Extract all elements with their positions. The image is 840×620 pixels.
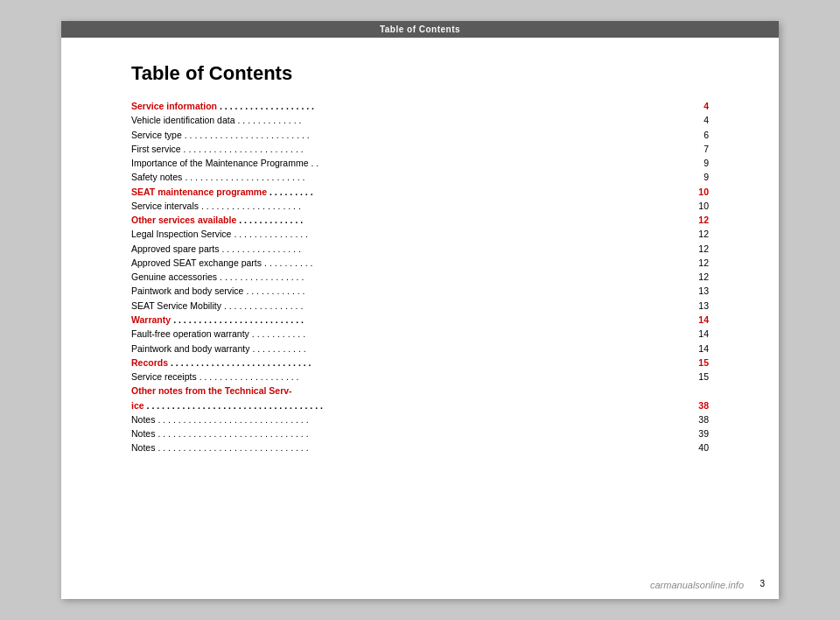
toc-page: 9 — [691, 156, 709, 170]
toc-page: 7 — [691, 142, 709, 156]
toc-entry: First service . . . . . . . . . . . . . … — [131, 142, 709, 156]
toc-page: 12 — [691, 270, 709, 284]
toc-entry: Notes . . . . . . . . . . . . . . . . . … — [131, 440, 709, 454]
toc-dots: . . . . . . . . . . . . . . . . . . . . … — [171, 356, 689, 370]
toc-label: Notes — [131, 412, 155, 426]
toc-page: 12 — [691, 213, 709, 227]
toc-page: 12 — [691, 242, 709, 256]
toc-page: 15 — [691, 356, 709, 370]
toc-label: Records — [131, 356, 168, 370]
toc-dots: . . . . . . . . . . . . . . . — [234, 227, 689, 241]
toc-page: 14 — [691, 342, 709, 356]
toc-page: 9 — [691, 170, 709, 184]
toc-dots: . . . . . . . . . . . . . . . . . . . . … — [158, 426, 689, 440]
toc-dots: . . . . . . . . . . . . . — [239, 213, 689, 227]
toc-label: Service type — [131, 128, 182, 142]
toc-container: Service information . . . . . . . . . . … — [131, 99, 709, 455]
toc-label: Paintwork and body warranty — [131, 342, 249, 356]
page-number: 3 — [760, 579, 765, 588]
toc-label: Paintwork and body service — [131, 284, 243, 298]
content-area: Table of Contents Service information . … — [61, 38, 779, 490]
toc-entry: Service intervals . . . . . . . . . . . … — [131, 199, 709, 213]
toc-label: Service receipts — [131, 370, 197, 384]
toc-entry: Notes . . . . . . . . . . . . . . . . . … — [131, 426, 709, 440]
toc-page: 12 — [691, 227, 709, 241]
toc-dots: . . . . . . . . . . . . . . . . — [224, 299, 689, 313]
toc-page: 10 — [691, 185, 709, 199]
toc-page: 4 — [691, 113, 709, 127]
toc-entry: Legal Inspection Service . . . . . . . .… — [131, 227, 709, 241]
toc-page: 38 — [691, 398, 709, 412]
toc-label: Fault-free operation warranty — [131, 327, 249, 341]
toc-entry: Approved spare parts . . . . . . . . . .… — [131, 242, 709, 256]
toc-label: Notes — [131, 426, 155, 440]
toc-entry-heading: SEAT maintenance programme . . . . . . .… — [131, 185, 709, 199]
toc-label: Other notes from the Technical Serv- — [131, 384, 292, 398]
toc-dots: . . . . . . . . . . . . . . . . . . . . — [200, 370, 689, 384]
toc-page: 38 — [691, 412, 709, 426]
toc-label: Service intervals — [131, 199, 199, 213]
header-bar: Table of Contents — [61, 21, 779, 38]
toc-page: 15 — [691, 370, 709, 384]
toc-entry: Service type . . . . . . . . . . . . . .… — [131, 128, 709, 142]
watermark: carmanualsonline.info — [650, 580, 744, 590]
toc-dots: . . . . . . . . . . . . . . . . . . . . … — [158, 412, 689, 426]
toc-label: Warranty — [131, 313, 171, 327]
toc-entry: Genuine accessories . . . . . . . . . . … — [131, 270, 709, 284]
toc-dots: . . . . . . . . . . . . . . . . . . . . … — [184, 142, 689, 156]
toc-page: 13 — [691, 299, 709, 313]
toc-label: Notes — [131, 440, 155, 454]
toc-entry: Approved SEAT exchange parts . . . . . .… — [131, 256, 709, 270]
toc-page: 4 — [691, 99, 709, 113]
toc-entry: Paintwork and body warranty . . . . . . … — [131, 342, 709, 356]
toc-dots: . . . . . . . . . . . — [252, 327, 689, 341]
toc-label: Genuine accessories — [131, 270, 217, 284]
toc-page: 6 — [691, 128, 709, 142]
toc-label: SEAT Service Mobility — [131, 299, 221, 313]
toc-entry: Importance of the Maintenance Programme … — [131, 156, 709, 170]
toc-entry-multiline-2: ice . . . . . . . . . . . . . . . . . . … — [131, 398, 709, 412]
toc-label: First service — [131, 142, 181, 156]
toc-dots: . . . . . . . . . . . . — [246, 284, 689, 298]
toc-dots: . . . . . . . . . . . . . . . . . . . . … — [158, 440, 689, 454]
toc-page: 39 — [691, 426, 709, 440]
toc-entry: SEAT Service Mobility . . . . . . . . . … — [131, 299, 709, 313]
toc-label: Approved spare parts — [131, 242, 219, 256]
toc-entry-multiline-1: Other notes from the Technical Serv- — [131, 384, 709, 398]
toc-entry: Notes . . . . . . . . . . . . . . . . . … — [131, 412, 709, 426]
toc-dots: . . . . . . . . . . — [264, 256, 689, 270]
toc-dots: . . . . . . . . . . . . . . . . . . . . … — [185, 128, 689, 142]
page-title: Table of Contents — [131, 62, 709, 85]
toc-dots: . . . . . . . . . . . . . . . . . . . . … — [185, 170, 689, 184]
toc-entry: Fault-free operation warranty . . . . . … — [131, 327, 709, 341]
toc-entry: Service receipts . . . . . . . . . . . .… — [131, 370, 709, 384]
toc-page: 14 — [691, 313, 709, 327]
toc-label: Importance of the Maintenance Programme — [131, 156, 309, 170]
toc-label: Approved SEAT exchange parts — [131, 256, 262, 270]
toc-page: 13 — [691, 284, 709, 298]
toc-label: ice — [131, 398, 144, 412]
toc-page: 14 — [691, 327, 709, 341]
toc-dots: . . — [312, 156, 689, 170]
toc-dots: . . . . . . . . . . . . . — [238, 113, 690, 127]
toc-dots: . . . . . . . . . . . — [252, 342, 689, 356]
toc-label: Legal Inspection Service — [131, 227, 231, 241]
toc-entry-heading: Warranty . . . . . . . . . . . . . . . .… — [131, 313, 709, 327]
toc-entry-heading: Other services available . . . . . . . .… — [131, 213, 709, 227]
toc-label: Safety notes — [131, 170, 182, 184]
toc-page: 40 — [691, 440, 709, 454]
toc-entry: Vehicle identification data . . . . . . … — [131, 113, 709, 127]
toc-dots: . . . . . . . . . — [270, 185, 689, 199]
toc-dots: . . . . . . . . . . . . . . . . . . . . … — [173, 313, 689, 327]
toc-label: Vehicle identification data — [131, 113, 235, 127]
toc-entry-heading: Records . . . . . . . . . . . . . . . . … — [131, 356, 709, 370]
toc-dots: . . . . . . . . . . . . . . . . — [221, 242, 689, 256]
toc-page: 10 — [691, 199, 709, 213]
toc-entry: Safety notes . . . . . . . . . . . . . .… — [131, 170, 709, 184]
header-title: Table of Contents — [380, 25, 460, 34]
toc-dots: . . . . . . . . . . . . . . . . . . . . — [201, 199, 689, 213]
toc-dots: . . . . . . . . . . . . . . . . . — [220, 270, 689, 284]
toc-label: SEAT maintenance programme — [131, 185, 267, 199]
toc-dots: . . . . . . . . . . . . . . . . . . . — [220, 99, 689, 113]
toc-label: Other services available — [131, 213, 236, 227]
